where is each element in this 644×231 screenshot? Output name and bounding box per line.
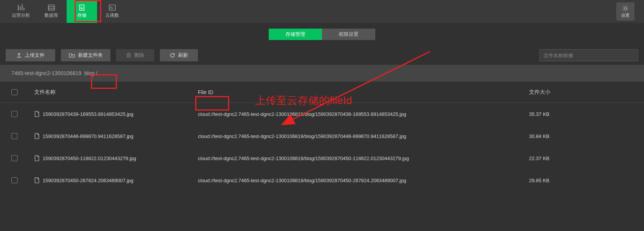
tab-storage-management[interactable]: 存储管理 xyxy=(269,29,322,40)
column-header-filename: 文件名称 xyxy=(34,89,198,96)
folder-plus-icon xyxy=(69,53,75,58)
row-checkbox[interactable] xyxy=(11,177,18,183)
delete-button[interactable]: 删除 xyxy=(116,49,154,61)
storage-icon xyxy=(78,4,86,11)
cell-filename: 1590392870450-267824.2063489007.jpg xyxy=(43,178,134,183)
file-icon xyxy=(34,155,40,161)
cell-fileid: cloud://test-dgnc2.7465-test-dgnc2-13001… xyxy=(198,156,529,161)
cell-filename: 1590392870450-118822.01230443279.jpg xyxy=(43,156,136,161)
svg-rect-4 xyxy=(48,5,54,10)
cell-filesize: 30.84 KB xyxy=(529,133,633,139)
cell-filename: 1590392870438-169553.8914853425.jpg xyxy=(43,111,134,117)
nav-tab-database[interactable]: 数据库 xyxy=(36,0,67,23)
file-icon xyxy=(34,111,40,117)
row-checkbox[interactable] xyxy=(11,133,18,139)
nav-tab-storage[interactable]: 存储 xyxy=(67,0,97,23)
new-folder-label: 新建文件夹 xyxy=(78,52,103,59)
upload-icon xyxy=(16,53,22,58)
delete-label: 删除 xyxy=(134,52,144,59)
cell-filesize: 22.37 KB xyxy=(529,156,633,161)
breadcrumb: 7465-test-dgnc2-1300106819 blog / xyxy=(0,65,644,82)
sub-tab-label: 存储管理 xyxy=(285,31,305,38)
nav-tab-label: 云函数 xyxy=(105,12,119,19)
gear-icon xyxy=(622,5,629,12)
column-header-fileid: File ID xyxy=(198,89,529,95)
nav-tab-label: 存储 xyxy=(77,12,86,19)
row-checkbox[interactable] xyxy=(11,155,18,161)
sub-tab-label: 权限设置 xyxy=(339,31,359,38)
refresh-icon xyxy=(170,53,175,58)
table-row[interactable]: 1590392870450-118822.01230443279.jpg clo… xyxy=(0,147,644,169)
cell-fileid: cloud://test-dgnc2.7465-test-dgnc2-13001… xyxy=(198,178,529,183)
row-checkbox[interactable] xyxy=(11,111,18,117)
nav-tab-label: 运营分析 xyxy=(12,12,30,19)
function-icon: fx xyxy=(108,4,116,11)
new-folder-button[interactable]: 新建文件夹 xyxy=(61,49,110,61)
file-icon xyxy=(34,177,40,183)
database-icon xyxy=(48,4,55,11)
trash-icon xyxy=(126,53,131,58)
settings-label: 设置 xyxy=(621,13,630,18)
svg-text:fx: fx xyxy=(110,6,113,10)
breadcrumb-root[interactable]: 7465-test-dgnc2-1300106819 xyxy=(11,70,81,76)
refresh-button[interactable]: 刷新 xyxy=(160,49,198,61)
cell-filesize: 35.37 KB xyxy=(529,111,633,117)
column-header-filesize: 文件大小 xyxy=(529,89,633,96)
select-all-checkbox[interactable] xyxy=(11,89,18,95)
nav-tab-label: 数据库 xyxy=(45,12,58,19)
table-header: 文件名称 File ID 文件大小 xyxy=(0,82,644,103)
cell-fileid: cloud://test-dgnc2.7465-test-dgnc2-13001… xyxy=(198,111,529,117)
cell-filesize: 29.85 KB xyxy=(529,178,633,183)
search-input[interactable] xyxy=(539,49,638,61)
settings-button[interactable]: 设置 xyxy=(616,2,634,21)
breadcrumb-path[interactable]: blog / xyxy=(84,70,97,76)
upload-label: 上传文件 xyxy=(25,52,45,59)
nav-tab-function[interactable]: fx 云函数 xyxy=(97,0,128,23)
file-icon xyxy=(34,133,40,139)
tab-permission-settings[interactable]: 权限设置 xyxy=(322,29,375,40)
table-row[interactable]: 1590392870450-267824.2063489007.jpg clou… xyxy=(0,169,644,191)
refresh-label: 刷新 xyxy=(178,52,188,59)
analytics-icon xyxy=(17,4,25,11)
nav-tab-analytics[interactable]: 运营分析 xyxy=(6,0,36,23)
table-row[interactable]: 1590392870438-169553.8914853425.jpg clou… xyxy=(0,103,644,125)
svg-point-9 xyxy=(624,7,626,10)
cell-fileid: cloud://test-dgnc2.7465-test-dgnc2-13001… xyxy=(198,133,529,139)
table-row[interactable]: 1590392870448-899870.9411628587.jpg clou… xyxy=(0,125,644,147)
cell-filename: 1590392870448-899870.9411628587.jpg xyxy=(43,133,134,139)
upload-button[interactable]: 上传文件 xyxy=(6,49,55,61)
